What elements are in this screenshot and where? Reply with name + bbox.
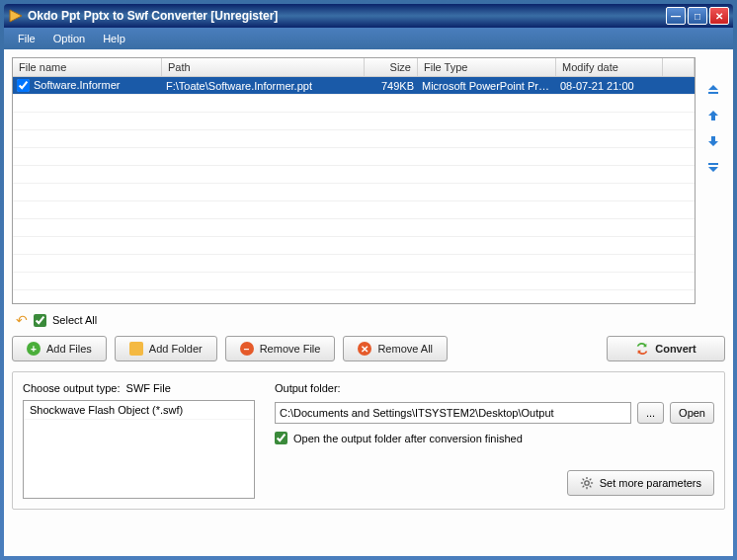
table-row [13, 255, 695, 273]
move-bottom-button[interactable] [704, 158, 722, 176]
svg-line-7 [582, 486, 584, 488]
gear-icon [580, 476, 594, 490]
output-type-label: Choose output type: [23, 382, 120, 394]
set-more-parameters-button[interactable]: Set more parameters [567, 470, 714, 496]
cell-path: F:\Toate\Software.Informer.ppt [162, 79, 365, 93]
table-row [13, 237, 695, 255]
window-title: Okdo Ppt Pptx to Swf Converter [Unregist… [28, 9, 666, 23]
maximize-button[interactable]: □ [688, 7, 707, 25]
output-type-option[interactable]: Shockwave Flash Object (*.swf) [24, 401, 254, 420]
add-folder-button[interactable]: Add Folder [115, 336, 217, 361]
table-row [13, 201, 695, 219]
browse-button[interactable]: ... [637, 402, 664, 424]
menu-help[interactable]: Help [95, 31, 133, 46]
open-after-label: Open the output folder after conversion … [293, 433, 523, 444]
table-row [13, 273, 695, 290]
convert-button[interactable]: Convert [607, 336, 725, 361]
toolbar: +Add Files Add Folder −Remove File ✕Remo… [12, 336, 725, 361]
folder-icon [129, 342, 143, 356]
table-header: File name Path Size File Type Modify dat… [13, 58, 695, 77]
menu-file[interactable]: File [10, 31, 43, 46]
table-row [13, 113, 695, 130]
file-table: File name Path Size File Type Modify dat… [12, 57, 696, 304]
table-row [13, 130, 695, 148]
table-row [13, 219, 695, 237]
add-files-button[interactable]: +Add Files [12, 336, 107, 361]
table-body: Software.Informer F:\Toate\Software.Info… [13, 77, 695, 303]
output-folder-section: Output folder: ... Open Open the output … [275, 382, 714, 499]
remove-file-button[interactable]: −Remove File [225, 336, 336, 361]
col-size[interactable]: Size [365, 58, 418, 76]
close-button[interactable]: ✕ [709, 7, 729, 25]
plus-icon: + [27, 342, 41, 356]
menu-option[interactable]: Option [45, 31, 93, 46]
table-row [13, 166, 695, 184]
open-after-checkbox[interactable] [275, 432, 287, 444]
titlebar: Okdo Ppt Pptx to Swf Converter [Unregist… [4, 4, 733, 28]
cell-filename: Software.Informer [34, 79, 120, 91]
col-modifydate[interactable]: Modify date [556, 58, 663, 76]
select-all-row: ↶ Select All [12, 310, 725, 330]
move-up-button[interactable] [704, 107, 722, 124]
col-filetype[interactable]: File Type [418, 58, 556, 76]
cell-date: 08-07-21 21:00 [556, 79, 663, 93]
table-row [13, 148, 695, 166]
output-type-value: SWF File [126, 382, 171, 394]
svg-line-6 [589, 486, 591, 488]
output-type-section: Choose output type: SWF File Shockwave F… [23, 382, 255, 499]
app-window: Okdo Ppt Pptx to Swf Converter [Unregist… [0, 0, 737, 560]
cell-type: Microsoft PowerPoint Pre... [418, 79, 556, 93]
window-controls: — □ ✕ [666, 7, 729, 25]
row-checkbox[interactable] [17, 79, 30, 92]
convert-icon [635, 342, 649, 356]
output-panel: Choose output type: SWF File Shockwave F… [12, 371, 725, 510]
output-folder-label: Output folder: [275, 382, 714, 394]
col-path[interactable]: Path [162, 58, 365, 76]
open-folder-button[interactable]: Open [670, 402, 714, 424]
menubar: File Option Help [4, 28, 733, 49]
select-all-label: Select All [52, 314, 97, 326]
move-top-button[interactable] [704, 81, 722, 99]
table-row [13, 184, 695, 201]
col-spacer [663, 58, 695, 76]
client-area: File name Path Size File Type Modify dat… [4, 49, 733, 556]
x-icon: ✕ [358, 342, 371, 356]
move-down-button[interactable] [704, 132, 722, 150]
svg-line-8 [589, 479, 591, 481]
remove-all-button[interactable]: ✕Remove All [343, 336, 448, 361]
minimize-button[interactable]: — [666, 7, 686, 25]
table-row[interactable]: Software.Informer F:\Toate\Software.Info… [13, 77, 695, 95]
output-type-list[interactable]: Shockwave Flash Object (*.swf) [23, 400, 255, 499]
minus-icon: − [240, 342, 254, 356]
svg-point-0 [584, 481, 588, 485]
svg-line-5 [582, 479, 584, 481]
table-row [13, 95, 695, 113]
cell-size: 749KB [365, 79, 418, 93]
col-filename[interactable]: File name [13, 58, 162, 76]
up-folder-icon[interactable]: ↶ [16, 312, 28, 328]
reorder-arrows [701, 57, 725, 304]
select-all-checkbox[interactable] [34, 314, 46, 327]
app-icon [8, 8, 24, 24]
output-folder-input[interactable] [275, 402, 631, 424]
